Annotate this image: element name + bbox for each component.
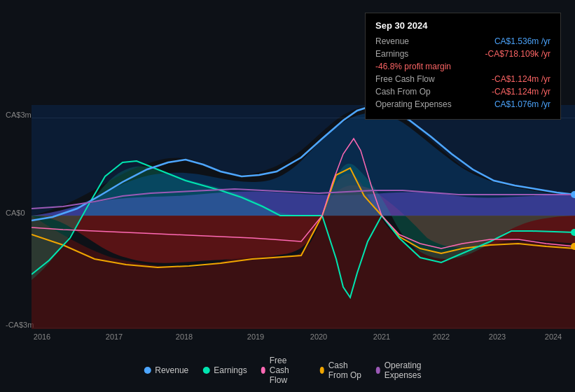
tooltip-label-revenue: Revenue [375,36,409,46]
x-label-2024: 2024 [545,332,562,341]
tooltip-label-opex: Operating Expenses [375,99,452,109]
tooltip-panel: Sep 30 2024 Revenue CA$1.536m /yr Earnin… [365,13,561,120]
tooltip-value-opex: CA$1.076m /yr [494,99,550,109]
tooltip-profit-margin: -46.8% profit margin [375,62,550,71]
x-label-2021: 2021 [373,332,390,341]
legend-opex: Operating Expenses [376,360,431,380]
tooltip-row-fcf: Free Cash Flow -CA$1.124m /yr [375,74,550,84]
tooltip-row-revenue: Revenue CA$1.536m /yr [375,36,550,46]
legend-label-revenue: Revenue [155,365,188,375]
legend-label-cashop: Cash From Op [328,360,362,380]
x-label-2018: 2018 [176,332,193,341]
legend-dot-earnings [202,367,209,374]
legend-earnings: Earnings [202,365,247,375]
legend-label-opex: Operating Expenses [385,360,431,380]
legend-cashop: Cash From Op [320,360,362,380]
legend-dot-opex [376,367,380,374]
x-label-2022: 2022 [433,332,450,341]
legend-label-earnings: Earnings [214,365,247,375]
legend-fcf: Free Cash Flow [261,356,306,385]
tooltip-row-cashop: Cash From Op -CA$1.124m /yr [375,87,550,97]
x-label-2016: 2016 [34,332,50,341]
tooltip-label-earnings: Earnings [375,49,408,59]
chart-legend: Revenue Earnings Free Cash Flow Cash Fro… [144,356,431,385]
legend-dot-fcf [261,367,265,374]
x-label-2023: 2023 [489,332,506,341]
tooltip-row-opex: Operating Expenses CA$1.076m /yr [375,99,550,109]
tooltip-label-fcf: Free Cash Flow [375,74,435,84]
tooltip-value-cashop: -CA$1.124m /yr [492,87,550,97]
x-label-2019: 2019 [247,332,264,341]
legend-revenue: Revenue [144,365,188,375]
tooltip-row-earnings: Earnings -CA$718.109k /yr [375,49,550,59]
tooltip-value-earnings: -CA$718.109k /yr [485,49,550,59]
legend-dot-cashop [320,367,324,374]
legend-dot-revenue [144,367,151,374]
legend-label-fcf: Free Cash Flow [270,356,306,385]
tooltip-date: Sep 30 2024 [375,20,550,31]
x-label-2020: 2020 [310,332,327,341]
tooltip-value-revenue: CA$1.536m /yr [494,36,550,46]
x-label-2017: 2017 [106,332,123,341]
tooltip-value-fcf: -CA$1.124m /yr [492,74,550,84]
tooltip-label-cashop: Cash From Op [375,87,431,97]
